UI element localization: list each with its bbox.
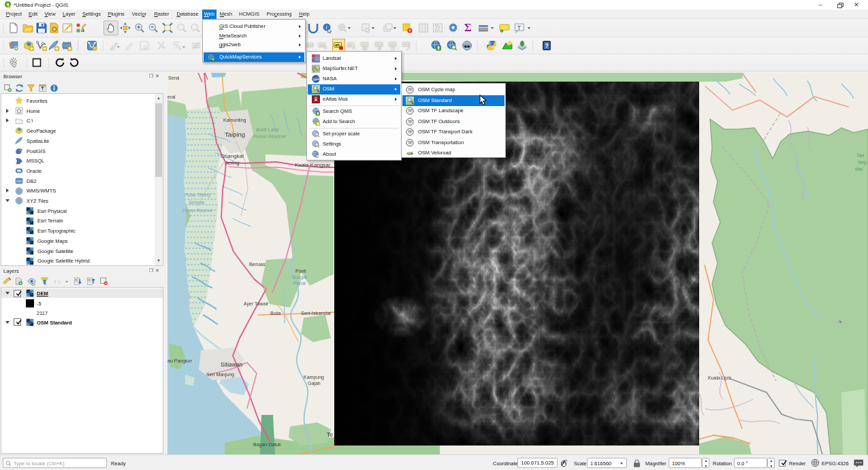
svg-text:ε: ε (54, 278, 57, 284)
svg-text:abc: abc (308, 43, 314, 47)
svg-text:abc: abc (390, 42, 396, 46)
svg-text:er: er (411, 152, 413, 155)
svg-text:abc: abc (404, 42, 410, 46)
svg-text:?: ? (545, 42, 549, 49)
svg-text:abc: abc (362, 42, 368, 46)
svg-text:Σ: Σ (464, 22, 472, 33)
svg-text:abc: abc (376, 42, 383, 46)
svg-text:ab: ab (335, 43, 340, 47)
svg-text:ab: ab (349, 43, 353, 47)
svg-text:T: T (517, 24, 521, 31)
svg-text:DB2: DB2 (16, 180, 22, 183)
svg-text:NASA: NASA (313, 78, 320, 81)
